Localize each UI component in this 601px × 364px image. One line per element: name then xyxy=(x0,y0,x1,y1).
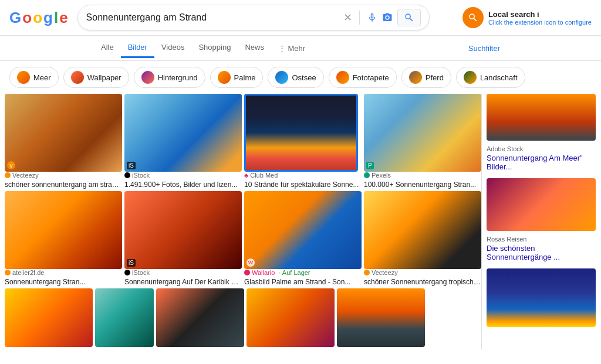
chip-palme-img xyxy=(218,71,231,84)
tab-mehr[interactable]: ⋮ Mehr xyxy=(271,39,312,57)
source-dot-4 xyxy=(364,172,370,178)
image-label-7: Glasbild Palme am Strand - Son... xyxy=(244,278,362,286)
chip-hintergrund[interactable]: Hintergrund xyxy=(134,67,205,88)
chip-meer[interactable]: Meer xyxy=(9,67,59,88)
image-label-1: schöner sonnenuntergang am strand ... xyxy=(5,181,122,189)
clear-search-button[interactable]: ✕ xyxy=(343,11,352,24)
filter-chips: Meer Wallpaper Hintergrund Palme Ostsee … xyxy=(0,61,601,94)
sidebar-source-2: Rosas Reisen xyxy=(487,236,594,243)
camera-icon xyxy=(382,12,393,23)
local-search-sub: Click the extension icon to configure xyxy=(488,19,592,26)
chip-pferd[interactable]: Pferd xyxy=(401,67,451,88)
chip-landschaft-img xyxy=(464,71,477,84)
sidebar-item-1[interactable]: Adobe Stock Sonnenuntergang Am Meer" Bil… xyxy=(487,145,594,171)
chip-fototapete-img xyxy=(336,71,349,84)
source-badge-1: v xyxy=(7,161,15,169)
logo-gl: g xyxy=(43,9,53,27)
source-name-4: Pexels xyxy=(372,172,391,179)
voice-search-button[interactable] xyxy=(367,12,377,23)
image-card-5[interactable]: atelier2f.de Sonnenuntergang Stran... xyxy=(5,191,122,286)
local-search-text: Local search i Click the extension icon … xyxy=(488,10,592,26)
image-source-5: atelier2f.de xyxy=(5,269,122,276)
source-badge-2: iS xyxy=(127,162,136,169)
image-card-8[interactable]: Vecteezy schöner Sonnenuntergang tropisc… xyxy=(364,191,481,286)
chip-wallpaper[interactable]: Wallpaper xyxy=(63,67,129,88)
search-submit-button[interactable] xyxy=(397,9,421,26)
local-search-icon[interactable] xyxy=(462,7,484,28)
tab-bilder[interactable]: Bilder xyxy=(121,38,154,58)
sidebar-image-2[interactable] xyxy=(487,178,594,231)
image-source-4: Pexels xyxy=(364,172,481,179)
google-logo[interactable]: Google xyxy=(9,9,68,27)
source-name-8: Vecteezy xyxy=(372,269,398,276)
sidebar-image-3[interactable] xyxy=(487,268,594,327)
image-label-4: 100.000+ Sonnenuntergang Stran... xyxy=(364,181,481,189)
chip-ostsee[interactable]: Ostsee xyxy=(268,67,323,88)
logo-o1: o xyxy=(22,9,32,27)
image-card-7[interactable]: W Wallario · Auf Lager Glasbild Palme am… xyxy=(244,191,362,286)
image-search-button[interactable] xyxy=(382,12,393,23)
chip-landschaft[interactable]: Landschaft xyxy=(456,67,525,88)
sidebar-top-image[interactable] xyxy=(487,94,594,141)
source-name-1: Vecteezy xyxy=(12,172,39,179)
chip-palme[interactable]: Palme xyxy=(210,67,264,88)
local-search-widget: Local search i Click the extension icon … xyxy=(462,7,592,28)
image-source-1: Vecteezy xyxy=(5,172,122,179)
sidebar: Adobe Stock Sonnenuntergang Am Meer" Bil… xyxy=(481,94,599,349)
logo-o2b: e xyxy=(59,9,67,27)
image-row-1: v Vecteezy schöner sonnenuntergang am st… xyxy=(5,94,481,189)
main-image-grid: v Vecteezy schöner sonnenuntergang am st… xyxy=(5,94,481,349)
tab-shopping[interactable]: Shopping xyxy=(191,38,238,58)
image-source-2: iStock xyxy=(124,172,242,179)
source-name-6: iStock xyxy=(132,269,150,276)
adobe-stock-label: Adobe Stock xyxy=(487,145,523,152)
auf-lager-badge: · Auf Lager xyxy=(279,269,310,276)
chip-wallpaper-label: Wallpaper xyxy=(87,73,121,82)
image-label-5: Sonnenuntergang Stran... xyxy=(5,278,122,286)
source-dot-2 xyxy=(124,172,130,178)
chip-fototapete[interactable]: Fototapete xyxy=(329,67,397,88)
source-dot-5 xyxy=(5,270,11,275)
image-card-6[interactable]: iS iStock Sonnenuntergang Auf Der Karibi… xyxy=(124,191,242,286)
tab-videos[interactable]: Videos xyxy=(154,38,192,58)
image-label-3: 10 Strände für spektakuläre Sonne... xyxy=(244,181,362,189)
sidebar-title-2: Die schönsten Sonnenuntergänge ... xyxy=(487,244,594,261)
image-card-10[interactable] xyxy=(95,288,154,347)
search-icon xyxy=(404,12,414,23)
local-search-title: Local search i xyxy=(488,10,592,19)
image-label-2: 1.491.900+ Fotos, Bilder und lizen... xyxy=(124,181,242,189)
chip-ostsee-label: Ostsee xyxy=(292,73,316,82)
chip-hintergrund-img xyxy=(141,71,154,84)
logo-o2: o xyxy=(33,9,42,27)
image-area: v Vecteezy schöner sonnenuntergang am st… xyxy=(0,94,601,349)
image-row-3 xyxy=(5,288,481,347)
search-filter[interactable]: Suchfilter xyxy=(461,39,507,57)
image-source-8: Vecteezy xyxy=(364,269,481,276)
chip-palme-label: Palme xyxy=(234,73,256,82)
tab-news[interactable]: News xyxy=(238,38,271,58)
image-row-2: atelier2f.de Sonnenuntergang Stran... iS… xyxy=(5,191,481,286)
image-card-13[interactable] xyxy=(337,288,425,347)
image-card-9[interactable] xyxy=(5,288,93,347)
image-label-8: schöner Sonnenuntergang tropischer Stran… xyxy=(364,278,481,286)
chip-ostsee-img xyxy=(275,71,288,84)
chip-fototapete-label: Fototapete xyxy=(353,73,389,82)
image-card-1[interactable]: v Vecteezy schöner sonnenuntergang am st… xyxy=(5,94,122,189)
image-source-7: Wallario · Auf Lager xyxy=(244,269,362,276)
search-input[interactable] xyxy=(86,12,339,23)
tab-alle[interactable]: Alle xyxy=(94,38,121,58)
image-card-3[interactable]: ♣ Club Med 10 Strände für spektakuläre S… xyxy=(244,94,362,189)
image-source-6: iStock xyxy=(124,269,242,276)
rosas-reisen-label: Rosas Reisen xyxy=(487,236,526,243)
image-card-11[interactable] xyxy=(156,288,244,347)
sidebar-item-2[interactable]: Rosas Reisen Die schönsten Sonnenuntergä… xyxy=(487,236,594,261)
image-card-4[interactable]: P Pexels 100.000+ Sonnenuntergang Stran.… xyxy=(364,94,481,189)
chip-meer-label: Meer xyxy=(33,73,51,82)
source-dot-3: ♣ xyxy=(244,172,248,179)
image-card-2[interactable]: iS iStock 1.491.900+ Fotos, Bilder und l… xyxy=(124,94,242,189)
source-dot-8 xyxy=(364,270,370,275)
microphone-icon xyxy=(367,12,377,23)
source-badge-4: P xyxy=(366,162,374,169)
image-card-12[interactable] xyxy=(247,288,335,347)
source-badge-6: iS xyxy=(127,259,136,267)
